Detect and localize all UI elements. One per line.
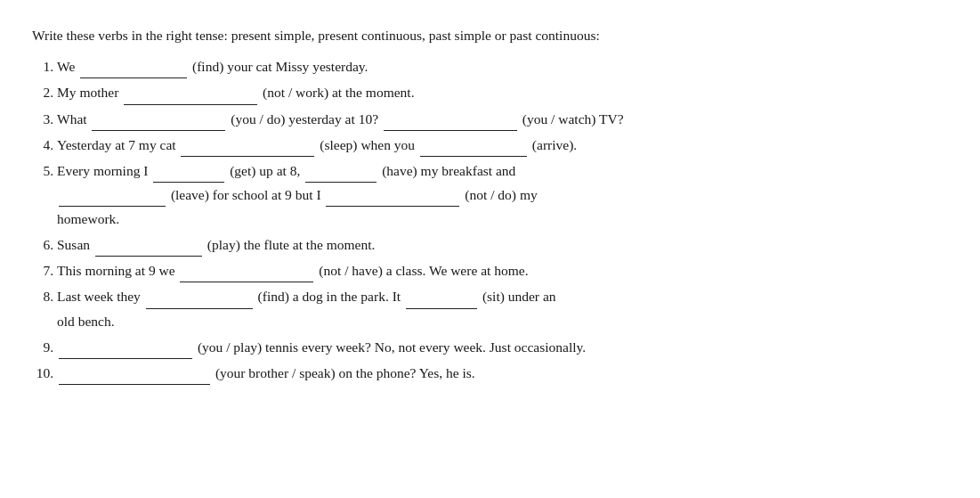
list-item: We (find) your cat Missy yesterday. [57,54,948,78]
list-item: My mother (not / work) at the moment. [57,80,948,104]
blank-3a[interactable] [92,116,225,131]
blank-4a[interactable] [181,142,314,157]
list-item: Every morning I (get) up at 8, (have) my… [57,159,948,231]
list-item: What (you / do) yesterday at 10? (you / … [57,107,948,131]
blank-10a[interactable] [59,370,210,385]
list-item: Last week they (find) a dog in the park.… [57,284,948,332]
item-text: (your brother / speak) on the phone? Yes… [57,365,475,380]
blank-6a[interactable] [95,241,202,257]
blank-4b[interactable] [420,142,527,157]
item-text: Last week they (find) a dog in the park.… [57,289,948,332]
item-text: (you / play) tennis every week? No, not … [57,339,586,355]
item-text: Yesterday at 7 my cat (sleep) when you (… [57,137,577,152]
blank-2a[interactable] [124,89,257,104]
blank-5a[interactable] [153,167,224,183]
blank-3b[interactable] [384,116,517,131]
blank-5b[interactable] [305,167,377,183]
blank-8a[interactable] [146,293,253,308]
item-text: My mother (not / work) at the moment. [57,85,415,100]
blank-5c[interactable] [59,192,166,207]
exercise-list: We (find) your cat Missy yesterday. My m… [32,54,948,385]
item-text: Every morning I (get) up at 8, (have) my… [57,163,948,231]
item-text: What (you / do) yesterday at 10? (you / … [57,111,624,127]
list-item: Yesterday at 7 my cat (sleep) when you (… [57,133,948,157]
list-item: (your brother / speak) on the phone? Yes… [57,361,948,385]
list-item: (you / play) tennis every week? No, not … [57,335,948,359]
blank-5d[interactable] [326,192,459,207]
list-item: Susan (play) the flute at the moment. [57,233,948,257]
blank-8b[interactable] [406,293,477,308]
item-text: Susan (play) the flute at the moment. [57,237,375,252]
list-item: This morning at 9 we (not / have) a clas… [57,258,948,282]
instructions: Write these verbs in the right tense: pr… [32,25,948,45]
item-text: We (find) your cat Missy yesterday. [57,59,368,74]
blank-9a[interactable] [59,344,192,359]
item-text: This morning at 9 we (not / have) a clas… [57,263,529,278]
blank-7a[interactable] [180,267,313,282]
blank-1a[interactable] [80,63,187,78]
